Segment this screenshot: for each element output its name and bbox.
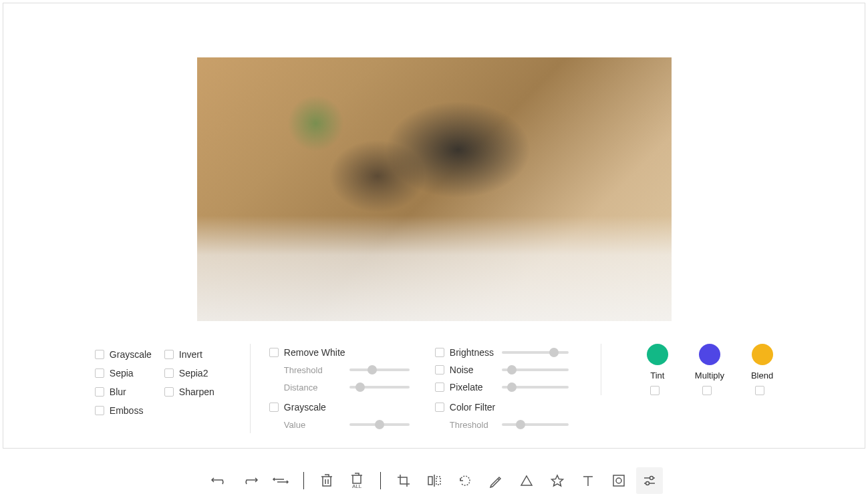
- multiply-group: Multiply: [695, 344, 724, 395]
- bottom-toolbar: ALL: [0, 461, 868, 501]
- slider-thumb[interactable]: [355, 383, 365, 392]
- label-threshold: Threshold: [269, 365, 349, 375]
- delete-all-button[interactable]: ALL: [344, 467, 371, 494]
- checkbox-sharpen[interactable]: [164, 387, 174, 397]
- undo-icon: [210, 474, 228, 487]
- checkbox-blur[interactable]: [95, 387, 104, 397]
- label-value: Value: [269, 420, 349, 430]
- label-color-filter: Color Filter: [450, 402, 495, 413]
- draw-button[interactable]: [482, 467, 509, 494]
- checkbox-multiply[interactable]: [702, 386, 712, 395]
- checkbox-tint[interactable]: [650, 386, 660, 395]
- slider-grayscale-value[interactable]: [349, 423, 410, 426]
- filter-emboss[interactable]: Emboss: [95, 403, 162, 419]
- slider-filters: Remove White Threshold Distance: [250, 344, 601, 433]
- slider-color-filter-threshold[interactable]: [502, 423, 569, 426]
- reset-button[interactable]: [267, 467, 294, 494]
- blend-group: Blend: [751, 344, 773, 395]
- filter-panel: Grayscale Sepia Blur Emboss: [3, 334, 865, 448]
- flip-icon: [426, 473, 442, 488]
- label-emboss: Emboss: [110, 405, 144, 416]
- delete-icon: [319, 473, 334, 489]
- label-sepia2: Sepia2: [179, 368, 208, 379]
- text-button[interactable]: [575, 467, 601, 494]
- rotate-button[interactable]: [452, 467, 478, 494]
- undo-button[interactable]: [206, 467, 233, 494]
- checkbox-remove-white[interactable]: [269, 348, 279, 357]
- mask-button[interactable]: [605, 467, 632, 494]
- checkbox-sepia[interactable]: [95, 368, 104, 378]
- filter-button[interactable]: [636, 467, 663, 494]
- filter-grayscale[interactable]: Grayscale: [95, 346, 162, 362]
- filter-icon: [642, 473, 657, 488]
- filter-blur[interactable]: Blur: [95, 384, 162, 400]
- checkbox-grayscale[interactable]: [95, 350, 104, 359]
- label-invert: Invert: [179, 349, 202, 360]
- label-remove-white: Remove White: [284, 347, 345, 358]
- delete-all-icon: ALL: [349, 472, 366, 489]
- slider-thumb[interactable]: [375, 420, 384, 429]
- svg-point-2: [616, 478, 621, 483]
- slider-thumb[interactable]: [368, 365, 377, 374]
- redo-button[interactable]: [237, 467, 263, 494]
- svg-point-3: [649, 477, 653, 480]
- mask-icon: [611, 473, 626, 488]
- checkbox-color-filter[interactable]: [435, 403, 444, 412]
- slider-thumb[interactable]: [507, 365, 517, 374]
- shape-button[interactable]: [513, 467, 540, 494]
- sample-image[interactable]: [197, 57, 672, 321]
- text-icon: [581, 473, 595, 488]
- label-brightness: Brightness: [450, 347, 494, 358]
- slider-brightness[interactable]: [502, 351, 569, 354]
- separator: [380, 472, 381, 489]
- label-blur: Blur: [110, 387, 126, 397]
- draw-icon: [488, 473, 503, 488]
- multiply-label: Multiply: [695, 370, 724, 381]
- checkbox-noise[interactable]: [435, 365, 444, 374]
- shape-icon: [519, 473, 534, 488]
- crop-icon: [396, 473, 411, 488]
- checkbox-sepia2[interactable]: [164, 368, 174, 378]
- label-sepia: Sepia: [110, 368, 134, 379]
- svg-text:ALL: ALL: [351, 483, 361, 489]
- crop-button[interactable]: [390, 467, 417, 494]
- rotate-icon: [458, 473, 472, 488]
- slider-remove-white-distance[interactable]: [349, 386, 410, 389]
- filter-sepia[interactable]: Sepia: [95, 365, 162, 381]
- tint-swatch[interactable]: [647, 344, 668, 365]
- checkbox-brightness[interactable]: [435, 348, 444, 357]
- slider-noise[interactable]: [502, 368, 569, 371]
- filter-sepia2[interactable]: Sepia2: [164, 365, 231, 381]
- label-noise: Noise: [450, 364, 474, 375]
- tint-group: Tint: [647, 344, 668, 395]
- slider-remove-white-threshold[interactable]: [349, 368, 410, 371]
- checkbox-pixelate[interactable]: [435, 383, 444, 392]
- simple-filters: Grayscale Sepia Blur Emboss: [76, 344, 250, 421]
- label-grayscale: Grayscale: [110, 349, 152, 360]
- label-distance: Distance: [269, 383, 349, 393]
- icon-button[interactable]: [544, 467, 571, 494]
- star-icon: [550, 473, 565, 488]
- canvas-area[interactable]: [3, 3, 865, 334]
- multiply-swatch[interactable]: [699, 344, 720, 365]
- checkbox-grayscale2[interactable]: [269, 403, 279, 412]
- delete-button[interactable]: [313, 467, 340, 494]
- label-pixelate: Pixelate: [450, 382, 483, 393]
- checkbox-invert[interactable]: [164, 350, 174, 359]
- slider-thumb[interactable]: [549, 348, 559, 357]
- checkbox-emboss[interactable]: [95, 406, 104, 415]
- checkbox-blend[interactable]: [755, 386, 764, 395]
- slider-thumb[interactable]: [507, 383, 517, 392]
- separator: [303, 472, 304, 489]
- flip-button[interactable]: [421, 467, 448, 494]
- filter-invert[interactable]: Invert: [164, 346, 231, 362]
- filter-sharpen[interactable]: Sharpen: [164, 384, 231, 400]
- label-sharpen: Sharpen: [179, 387, 214, 397]
- slider-pixelate[interactable]: [502, 386, 569, 389]
- tint-label: Tint: [650, 370, 664, 381]
- svg-point-4: [645, 482, 649, 485]
- slider-thumb[interactable]: [516, 420, 525, 429]
- label-grayscale2: Grayscale: [284, 402, 326, 413]
- color-filters: Tint Multiply Blend: [601, 344, 792, 395]
- blend-swatch[interactable]: [752, 344, 773, 365]
